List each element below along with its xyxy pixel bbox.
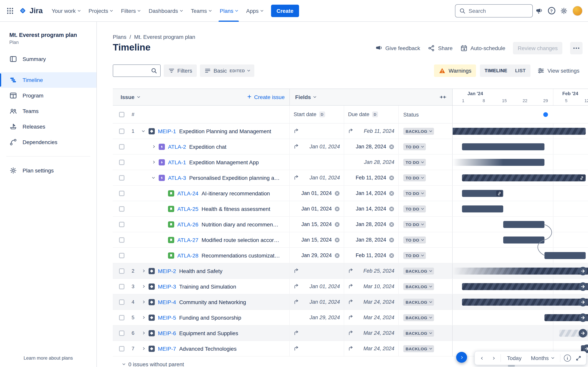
due-date-cell[interactable]: Jan 14, 2024: [344, 186, 398, 201]
status-dropdown[interactable]: BACKLOG: [403, 314, 434, 321]
nav-teams[interactable]: Teams: [187, 0, 216, 22]
due-date-cell[interactable]: Jan 28, 2024: [344, 139, 398, 154]
start-date-column-header[interactable]: Start dateD: [289, 106, 344, 123]
due-date-cell[interactable]: Jan 28, 2024: [344, 232, 398, 247]
due-date-cell[interactable]: Jan 28, 2024: [344, 155, 398, 170]
status-dropdown[interactable]: TO DO: [403, 159, 426, 166]
view-settings-button[interactable]: View settings: [534, 65, 583, 77]
chevron-right-icon[interactable]: [140, 332, 146, 334]
status-dropdown[interactable]: BACKLOG: [403, 345, 434, 352]
due-date-cell[interactable]: Jan 28, 2024: [344, 217, 398, 232]
row-checkbox[interactable]: [119, 144, 124, 149]
scroll-right-button[interactable]: [488, 352, 499, 364]
timeline-search-input[interactable]: [116, 67, 151, 74]
issue-key-link[interactable]: ATLA-27: [177, 237, 198, 243]
issue-key-link[interactable]: MEIP-5: [158, 314, 176, 321]
table-row[interactable]: ATLA-1Expedition Management App Jan 28, …: [113, 155, 588, 170]
chevron-right-icon[interactable]: [140, 317, 146, 318]
nav-apps[interactable]: Apps: [242, 0, 267, 22]
dependency-link-icon[interactable]: [579, 175, 585, 181]
bar-overflow-arrow-icon[interactable]: [579, 267, 587, 275]
start-date-cell[interactable]: [289, 124, 344, 139]
help-icon[interactable]: ?: [545, 4, 558, 17]
nav-plans[interactable]: Plans: [216, 0, 242, 22]
view-mode-button[interactable]: Basic EDITED: [200, 65, 254, 77]
breadcrumb-plan-name[interactable]: Mt. Everest program plan: [134, 34, 195, 40]
due-date-cell[interactable]: Mar 24, 2024: [344, 310, 398, 325]
zoom-level-dropdown[interactable]: Months: [526, 355, 558, 361]
sidebar-item-program[interactable]: Program: [0, 88, 96, 103]
due-date-cell[interactable]: Feb 11, 2024: [344, 248, 398, 263]
start-date-cell[interactable]: Jan 15, 2024: [289, 232, 344, 247]
clear-date-button[interactable]: [389, 191, 394, 196]
chevron-right-icon[interactable]: [140, 285, 146, 287]
start-date-cell[interactable]: [289, 325, 344, 341]
filters-button[interactable]: Filters: [164, 65, 197, 77]
toggle-timeline[interactable]: TIMELINE: [481, 68, 511, 73]
sidebar-item-summary[interactable]: Summary: [0, 51, 96, 67]
start-date-cell[interactable]: Jan 29, 2024: [289, 248, 344, 263]
row-checkbox[interactable]: [119, 237, 124, 242]
row-checkbox[interactable]: [119, 268, 124, 274]
start-date-cell[interactable]: Jan 01, 2024: [289, 170, 344, 185]
gantt-bar[interactable]: [462, 143, 545, 150]
gantt-bar[interactable]: [453, 267, 588, 275]
clear-date-button[interactable]: [334, 191, 340, 196]
status-dropdown[interactable]: TO DO: [403, 190, 426, 197]
auto-schedule-button[interactable]: Auto-schedule: [460, 45, 505, 52]
nav-your-work[interactable]: Your work: [47, 0, 84, 22]
issue-key-link[interactable]: ATLA-25: [177, 206, 198, 212]
gantt-bar[interactable]: [503, 236, 545, 243]
collapse-columns-icon[interactable]: [439, 94, 447, 100]
nav-projects[interactable]: Projects: [84, 0, 117, 22]
due-date-cell[interactable]: Mar 10, 2024: [344, 279, 398, 294]
row-checkbox[interactable]: [119, 222, 124, 227]
issue-key-link[interactable]: MEIP-7: [158, 345, 176, 352]
gantt-bar[interactable]: [462, 174, 586, 181]
global-search[interactable]: [455, 4, 533, 17]
table-row[interactable]: ATLA-25Health & fitness assessment Jan 0…: [113, 201, 588, 217]
chevron-right-icon[interactable]: [150, 146, 156, 148]
start-date-cell[interactable]: Jan 01, 2024: [289, 279, 344, 294]
status-column-header[interactable]: Status: [398, 106, 452, 123]
status-dropdown[interactable]: BACKLOG: [403, 299, 434, 305]
row-checkbox[interactable]: [119, 346, 124, 351]
table-row[interactable]: 5MEIP-5Funding and Sponsorship Jan 29, 2…: [113, 310, 588, 325]
table-row[interactable]: ATLA-2Expedition chat Jan 01, 2024 Jan 2…: [113, 139, 588, 155]
status-dropdown[interactable]: TO DO: [403, 252, 426, 259]
clear-date-button[interactable]: [389, 206, 394, 211]
fields-header-label[interactable]: Fields: [295, 94, 311, 100]
table-row[interactable]: 6MEIP-6Equipment and Supplies Mar 24, 20…: [113, 325, 588, 341]
due-date-cell[interactable]: Feb 11, 2024: [344, 170, 398, 185]
status-dropdown[interactable]: BACKLOG: [403, 267, 434, 274]
issue-key-link[interactable]: ATLA-26: [177, 221, 198, 227]
review-changes-button[interactable]: Review changes: [513, 42, 562, 54]
due-date-cell[interactable]: Feb 25, 2024: [344, 263, 398, 278]
status-dropdown[interactable]: TO DO: [403, 221, 426, 228]
table-row[interactable]: ATLA-26Nutrition diary and recommen… Jan…: [113, 217, 588, 232]
timeline-search[interactable]: [113, 65, 161, 77]
toggle-list[interactable]: LIST: [511, 68, 529, 73]
clear-date-button[interactable]: [389, 222, 394, 227]
start-date-cell[interactable]: Jan 15, 2024: [289, 217, 344, 232]
issue-key-link[interactable]: ATLA-24: [177, 190, 198, 196]
issue-key-link[interactable]: ATLA-2: [168, 143, 186, 150]
more-actions-button[interactable]: [570, 42, 583, 54]
due-date-cell[interactable]: Feb 11, 2024: [344, 124, 398, 139]
announcements-icon[interactable]: [533, 4, 545, 17]
row-checkbox[interactable]: [119, 206, 124, 211]
issue-key-link[interactable]: MEIP-1: [158, 128, 176, 134]
sidebar-item-timeline[interactable]: Timeline: [0, 72, 96, 88]
fullscreen-icon[interactable]: [573, 352, 584, 364]
start-date-cell[interactable]: [289, 263, 344, 278]
start-date-cell[interactable]: Jan 29, 2024: [289, 310, 344, 325]
clear-date-button[interactable]: [334, 237, 340, 242]
table-row[interactable]: ATLA-3Personalised Expedition planning a…: [113, 170, 588, 186]
row-checkbox[interactable]: [119, 330, 124, 336]
clear-date-button[interactable]: [389, 175, 394, 180]
table-row[interactable]: ATLA-27Modified route selection accor… J…: [113, 232, 588, 248]
status-dropdown[interactable]: BACKLOG: [403, 330, 434, 336]
jira-logo[interactable]: Jira: [16, 6, 47, 15]
gantt-bar[interactable]: [453, 128, 586, 135]
table-row[interactable]: 2MEIP-2Health and Safety Feb 25, 2024 BA…: [113, 263, 588, 279]
